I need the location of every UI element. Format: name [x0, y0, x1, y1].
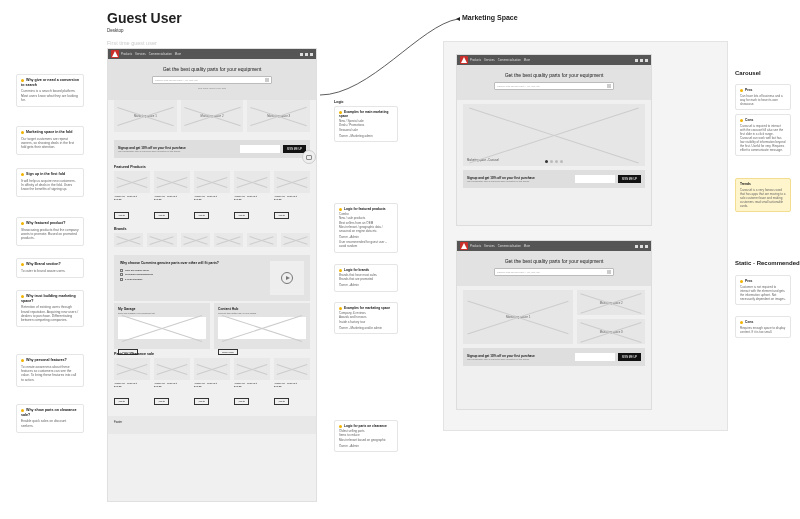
- why-heading: Why choose Cummins genuine parts over ot…: [120, 261, 264, 265]
- user-icon[interactable]: [305, 53, 308, 56]
- logo-icon: [460, 56, 468, 64]
- add-to-cart-button[interactable]: Add to: [234, 212, 249, 219]
- carousel-dots[interactable]: [545, 160, 563, 163]
- brand-tile[interactable]: [247, 233, 276, 247]
- search-icon[interactable]: [607, 270, 611, 274]
- search-input[interactable]: Search with service part #, kit, unit, e…: [494, 82, 614, 90]
- add-to-cart-button[interactable]: Add to: [114, 212, 129, 219]
- nav-item[interactable]: Commercialisation: [149, 52, 172, 56]
- check-icon: [120, 273, 123, 276]
- note-static-cons: ConsRequires enough space to display con…: [735, 316, 791, 338]
- featured-grid: Approx 16 - Price of it$48.00Add to Appr…: [108, 171, 316, 224]
- signup-strip: Signup and get 10% off on your first pur…: [114, 140, 310, 158]
- marketing-tile-3[interactable]: Marketing space 3: [577, 319, 645, 344]
- product-card[interactable]: Approx 16 - Price of it$48.00Add to: [114, 171, 150, 220]
- signup-email-field[interactable]: [575, 353, 615, 361]
- note-static-pros: ProsCustomer is not required to interact…: [735, 275, 791, 305]
- brand-tile[interactable]: [281, 233, 310, 247]
- marketing-space-frame: ProductsServicesCommercialisationMore Ge…: [443, 41, 728, 431]
- add-to-cart-button[interactable]: Add to: [114, 398, 129, 405]
- user-icon[interactable]: [640, 245, 643, 248]
- brands-label: Brands: [108, 224, 316, 233]
- nav-item[interactable]: Services: [135, 52, 146, 56]
- learn-more-button[interactable]: Learn more: [218, 349, 238, 355]
- marketing-tile-3[interactable]: Marketing space 3: [247, 100, 310, 132]
- footer: Footer: [108, 416, 316, 434]
- add-to-cart-button[interactable]: Add to: [194, 398, 209, 405]
- clearance-grid: Approx 16 - Price of it$48.00Add to Appr…: [108, 358, 316, 411]
- marketing-tile-2[interactable]: Marketing space 2: [181, 100, 244, 132]
- marketing-carousel[interactable]: Marketing space - Carousel: [463, 104, 645, 166]
- search-icon[interactable]: [635, 59, 638, 62]
- anno-mktg2: Examples for marketing space Company & r…: [334, 302, 398, 338]
- add-to-cart-button[interactable]: Add to: [154, 212, 169, 219]
- search-input[interactable]: Search with service part #, kit, unit, e…: [152, 76, 272, 84]
- add-to-cart-button[interactable]: Add to: [274, 212, 289, 219]
- note-featured: Why featured product?Showcasing products…: [16, 217, 84, 246]
- marketing-space-heading: Marketing Space: [462, 14, 518, 21]
- note-features: Why personal features?To create awarenes…: [16, 354, 84, 387]
- add-to-cart-button[interactable]: Add to: [154, 398, 169, 405]
- nav-item[interactable]: More: [175, 52, 181, 56]
- signup-button[interactable]: SIGN ME UP: [618, 175, 641, 183]
- logo-icon: [111, 50, 119, 58]
- product-card[interactable]: Approx 16 - Price of it$48.00Add to: [274, 171, 310, 220]
- search-placeholder: Search with service part #, kit, unit, e…: [155, 79, 198, 82]
- anno-featured: Logic for featured products Combo New / …: [334, 203, 398, 257]
- search-input[interactable]: Search with service part #, kit, unit, e…: [494, 268, 614, 276]
- note-trends: TrendsCarousel is a very famous word tha…: [735, 178, 791, 212]
- signup-email-field[interactable]: [575, 175, 615, 183]
- brand-tile[interactable]: [214, 233, 243, 247]
- anno-box: Examples for main marketing space New / …: [334, 106, 398, 142]
- brand-tile[interactable]: [181, 233, 210, 247]
- marketing-tile-2[interactable]: Marketing space 2: [577, 290, 645, 315]
- nav-item[interactable]: Products: [121, 52, 132, 56]
- product-card[interactable]: Approx 16 - Price of it$48.00Add to: [194, 171, 230, 220]
- marketing-row: Marketing space 1 Marketing space 2 Mark…: [108, 100, 316, 136]
- brand-grid: [108, 233, 316, 253]
- page-subtitle: Desktop: [107, 28, 124, 33]
- search-icon[interactable]: [635, 245, 638, 248]
- chat-fab[interactable]: [302, 150, 316, 164]
- content-hub-card[interactable]: Content Hub Learn to take better care of…: [214, 303, 310, 349]
- logo-icon: [460, 242, 468, 250]
- check-icon: [120, 269, 123, 272]
- product-card[interactable]: Approx 16 - Price of it$48.00Add to: [114, 358, 150, 407]
- signup-email-field[interactable]: [240, 145, 280, 153]
- variant-carousel: ProductsServicesCommercialisationMore Ge…: [456, 54, 652, 226]
- product-card[interactable]: Approx 16 - Price of it$48.00Add to: [194, 358, 230, 407]
- my-garage-card[interactable]: My Garage Save and manage your equipment…: [114, 303, 210, 349]
- anno-logic: Logic Examples for main marketing space …: [334, 100, 398, 146]
- product-card[interactable]: Approx 16 - Price of it$48.00Add to: [274, 358, 310, 407]
- top-nav[interactable]: Products Services Commercialisation More: [121, 52, 298, 56]
- topbar: Products Services Commercialisation More: [108, 49, 316, 59]
- cart-icon[interactable]: [645, 245, 648, 248]
- marketing-tile-1[interactable]: Marketing space 1: [463, 290, 573, 344]
- brand-tile[interactable]: [147, 233, 176, 247]
- signup-button[interactable]: SIGN ME UP: [618, 353, 641, 361]
- note-cons: ConsCarousel is required to interact wit…: [735, 114, 791, 156]
- feature-panels: My Garage Save and manage your equipment…: [108, 303, 316, 349]
- marketing-tile-1[interactable]: Marketing space 1: [114, 100, 177, 132]
- user-icon[interactable]: [640, 59, 643, 62]
- add-to-cart-button[interactable]: Add to: [194, 212, 209, 219]
- section-heading: First time guest user: [107, 40, 157, 46]
- note-search: Why give or need a conversion to searchC…: [16, 74, 84, 107]
- cart-icon[interactable]: [310, 53, 313, 56]
- why-cummins: Why choose Cummins genuine parts over ot…: [114, 255, 310, 301]
- search-icon[interactable]: [300, 53, 303, 56]
- search-icon[interactable]: [607, 84, 611, 88]
- product-card[interactable]: Approx 16 - Price of it$48.00Add to: [234, 171, 270, 220]
- play-icon: [281, 272, 293, 284]
- video-thumbnail[interactable]: [270, 261, 304, 295]
- note-signup: Sign up in the first foldIt will help us…: [16, 168, 84, 197]
- search-icon[interactable]: [265, 78, 269, 82]
- product-card[interactable]: Approx 16 - Price of it$48.00Add to: [234, 358, 270, 407]
- cart-icon[interactable]: [645, 59, 648, 62]
- add-to-cart-button[interactable]: Add to: [274, 398, 289, 405]
- product-card[interactable]: Approx 16 - Price of it$48.00Add to: [154, 171, 190, 220]
- product-card[interactable]: Approx 16 - Price of it$48.00Add to: [154, 358, 190, 407]
- add-to-cart-button[interactable]: Add to: [234, 398, 249, 405]
- anno-clearance: Logic for parts on clearance Oldest sell…: [334, 420, 398, 456]
- brand-tile[interactable]: [114, 233, 143, 247]
